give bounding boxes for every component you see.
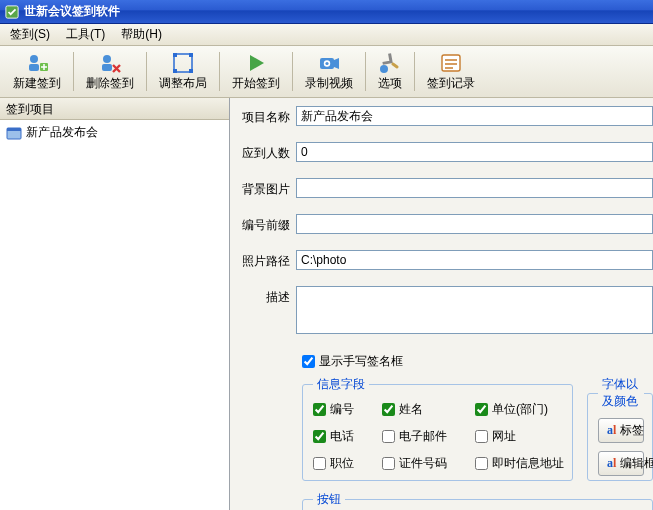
toolbar-options[interactable]: 选项 [369,48,411,95]
options-icon [378,51,402,75]
field-checkbox[interactable] [313,430,326,443]
app-icon [4,4,20,20]
svg-rect-5 [102,64,112,71]
toolbar-separator [73,52,74,91]
field-checkbox[interactable] [382,430,395,443]
input-project-name[interactable] [296,106,653,126]
row-expected-count: 应到人数 [240,142,653,162]
main-area: 签到项目 新产品发布会 项目名称 应到人数 背景图片 [0,98,653,510]
window-title: 世新会议签到软件 [24,3,120,20]
field-chk[interactable]: 电话 [313,428,354,445]
label-show-sign-box: 显示手写签名框 [319,353,403,370]
svg-rect-20 [7,128,21,131]
field-checkbox[interactable] [475,430,488,443]
font-a-icon: al [607,456,616,471]
toolbar-label: 签到记录 [427,75,475,92]
svg-rect-2 [29,64,39,71]
field-checkbox[interactable] [382,403,395,416]
input-photo-path[interactable] [296,250,653,270]
button-edit-style[interactable]: al 编辑框 [598,451,644,476]
input-description[interactable] [296,286,653,334]
field-chk[interactable]: 即时信息地址 [475,455,564,472]
field-checkbox[interactable] [475,457,488,470]
sidebar-item-project[interactable]: 新产品发布会 [2,122,227,143]
row-bg-image: 背景图片 [240,178,653,198]
label-prefix: 编号前缀 [240,214,296,234]
legend-fonts: 字体以及颜色 [598,376,644,410]
menu-checkin[interactable]: 签到(S) [6,24,54,45]
row-description: 描述 [240,286,653,337]
field-checkbox[interactable] [313,403,326,416]
form-area: 项目名称 应到人数 背景图片 编号前缀 照片路径 [230,98,653,510]
group-buttons: 按钮 [302,491,653,510]
field-chk[interactable]: 单位(部门) [475,401,564,418]
svg-point-1 [30,55,38,63]
field-label: 电子邮件 [399,428,447,445]
new-checkin-icon [25,51,49,75]
project-icon [6,125,22,141]
checkbox-show-sign-box[interactable] [302,355,315,368]
toolbar-record-video[interactable]: 录制视频 [296,48,362,95]
camera-icon [317,51,341,75]
button-label-style[interactable]: al 标签 [598,418,644,443]
input-expected-count[interactable] [296,142,653,162]
menu-help[interactable]: 帮助(H) [117,24,166,45]
field-checkbox[interactable] [475,403,488,416]
toolbar-label: 选项 [378,75,402,92]
svg-point-17 [380,65,388,73]
play-icon [244,51,268,75]
field-label: 证件号码 [399,455,447,472]
label-bg-image: 背景图片 [240,178,296,198]
toolbar-adjust-layout[interactable]: 调整布局 [150,48,216,95]
row-prefix: 编号前缀 [240,214,653,234]
button-label-text: 标签 [620,422,644,439]
svg-rect-9 [173,69,177,73]
label-photo-path: 照片路径 [240,250,296,270]
svg-point-14 [325,62,328,65]
toolbar-start-checkin[interactable]: 开始签到 [223,48,289,95]
toolbar-label: 开始签到 [232,75,280,92]
input-bg-image[interactable] [296,178,653,198]
svg-rect-10 [189,69,193,73]
toolbar-separator [414,52,415,91]
group-fields: 信息字段 编号姓名单位(部门)电话电子邮件网址职位证件号码即时信息地址 [302,376,573,481]
toolbar-label: 调整布局 [159,75,207,92]
row-show-sign-box: 显示手写签名框 [302,353,653,370]
field-chk[interactable]: 职位 [313,455,354,472]
toolbar-separator [292,52,293,91]
field-chk[interactable]: 电子邮件 [382,428,447,445]
svg-marker-11 [250,55,264,71]
field-label: 单位(部门) [492,401,548,418]
field-chk[interactable]: 姓名 [382,401,447,418]
label-project-name: 项目名称 [240,106,296,126]
svg-rect-7 [173,53,177,57]
menu-tools[interactable]: 工具(T) [62,24,109,45]
toolbar-separator [146,52,147,91]
toolbar-new-checkin[interactable]: 新建签到 [4,48,70,95]
sidebar-item-label: 新产品发布会 [26,124,98,141]
legend-buttons: 按钮 [313,491,345,508]
delete-checkin-icon [98,51,122,75]
sidebar: 签到项目 新产品发布会 [0,98,230,510]
field-chk[interactable]: 编号 [313,401,354,418]
field-chk[interactable]: 网址 [475,428,564,445]
layout-icon [171,51,195,75]
menu-bar: 签到(S) 工具(T) 帮助(H) [0,24,653,46]
toolbar-label: 删除签到 [86,75,134,92]
group-row: 信息字段 编号姓名单位(部门)电话电子邮件网址职位证件号码即时信息地址 字体以及… [302,376,653,481]
toolbar-delete-checkin[interactable]: 删除签到 [77,48,143,95]
button-edit-text: 编辑框 [620,455,653,472]
toolbar-separator [365,52,366,91]
field-label: 编号 [330,401,354,418]
sidebar-header: 签到项目 [0,98,229,120]
toolbar-checkin-record[interactable]: 签到记录 [418,48,484,95]
toolbar-label: 新建签到 [13,75,61,92]
font-a-icon: al [607,423,616,438]
field-checkbox[interactable] [382,457,395,470]
input-prefix[interactable] [296,214,653,234]
group-fonts: 字体以及颜色 al 标签 al 编辑框 [587,376,653,481]
toolbar-separator [219,52,220,91]
record-icon [439,51,463,75]
field-chk[interactable]: 证件号码 [382,455,447,472]
field-checkbox[interactable] [313,457,326,470]
